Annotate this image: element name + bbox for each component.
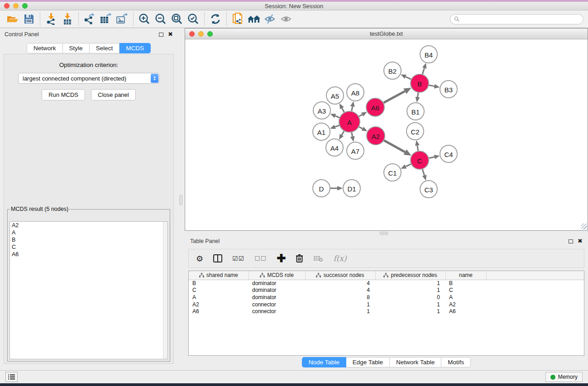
node-A3[interactable]: A3 [313, 102, 330, 119]
edge-A-A3[interactable] [335, 116, 339, 118]
mcds-result-list[interactable]: A2ABCA6 [10, 221, 168, 359]
edge-A-A7[interactable] [352, 133, 353, 137]
column-header-MCDS-role[interactable]: MCDS role [249, 271, 305, 280]
add-column-button[interactable]: ✚ [277, 252, 286, 265]
vertical-splitter[interactable] [177, 28, 185, 370]
open-session-button[interactable] [5, 12, 21, 26]
edge-A-A2[interactable] [359, 127, 363, 129]
node-A1[interactable]: A1 [313, 123, 330, 140]
node-A6[interactable]: A6 [366, 98, 384, 116]
select-all-rows-button[interactable]: ☑☑ [232, 252, 244, 265]
node-C1[interactable]: C1 [384, 164, 401, 181]
edge-A-A5[interactable] [342, 108, 344, 112]
zoom-out-button[interactable] [153, 12, 169, 26]
clone-network-view-button[interactable] [229, 12, 246, 26]
memory-button[interactable]: Memory [545, 372, 583, 382]
edge-B-B4[interactable] [422, 68, 424, 75]
tab-motifs[interactable]: Motifs [441, 357, 471, 367]
column-header-shared-name[interactable]: shared name [189, 271, 249, 280]
result-item[interactable]: A [10, 229, 167, 236]
function-builder-button[interactable]: f(x) [333, 252, 346, 265]
result-item[interactable]: B [10, 236, 167, 243]
refresh-layout-button[interactable] [207, 12, 224, 26]
horizontal-splitter[interactable] [185, 231, 588, 235]
result-item[interactable]: A2 [10, 222, 167, 229]
node-B1[interactable]: B1 [407, 103, 424, 120]
node-C4[interactable]: C4 [440, 145, 457, 162]
tab-network-table[interactable]: Network Table [390, 357, 441, 367]
edge-B-B1[interactable] [418, 93, 418, 97]
edge-B-B2[interactable] [406, 77, 411, 80]
edge-A-A6[interactable] [359, 114, 362, 116]
delete-table-button[interactable] [313, 252, 323, 265]
node-A7[interactable]: A7 [347, 142, 364, 159]
edge-C-C1[interactable] [406, 164, 411, 167]
table-options-button[interactable]: ⚙ [196, 252, 203, 265]
column-header-successor-nodes[interactable]: successor nodes [305, 271, 375, 280]
hide-graphics-details-button[interactable] [262, 12, 278, 26]
delete-columns-button[interactable] [296, 252, 303, 265]
zoom-selected-button[interactable] [185, 12, 201, 26]
node-A4[interactable]: A4 [326, 139, 343, 156]
table-row[interactable]: A6connector11A6 [189, 308, 584, 315]
node-A5[interactable]: A5 [326, 87, 344, 104]
close-panel-button[interactable]: Close panel [91, 89, 136, 100]
edge-C-C3[interactable] [422, 169, 424, 176]
node-C[interactable]: C [411, 151, 429, 169]
node-B4[interactable]: B4 [420, 46, 437, 63]
home-button[interactable] [246, 12, 262, 26]
edge-A6-B[interactable] [384, 91, 405, 103]
result-item[interactable]: A6 [10, 251, 167, 258]
import-network-button[interactable] [43, 12, 59, 26]
close-panel-icon[interactable]: ✖ [168, 32, 173, 37]
node-A[interactable]: A [339, 111, 360, 132]
node-C3[interactable]: C3 [420, 181, 437, 198]
edge-A-A4[interactable] [342, 131, 344, 135]
node-B2[interactable]: B2 [384, 62, 401, 79]
node-A2[interactable]: A2 [367, 127, 385, 145]
edge-A-A8[interactable] [352, 106, 353, 111]
tab-network[interactable]: Network [27, 43, 63, 53]
node-A8[interactable]: A8 [347, 84, 364, 101]
task-history-button[interactable] [5, 372, 18, 382]
save-session-button[interactable] [21, 12, 37, 26]
node-B[interactable]: B [411, 74, 429, 92]
tab-style[interactable]: Style [63, 43, 90, 53]
tab-node-table[interactable]: Node Table [302, 357, 346, 367]
result-item[interactable]: C [10, 243, 167, 251]
splitter-grip[interactable] [179, 195, 182, 205]
table-row[interactable]: Cdominator41C [189, 287, 584, 294]
node-B3[interactable]: B3 [440, 81, 457, 98]
edge-A2-C[interactable] [384, 140, 405, 152]
run-mcds-button[interactable]: Run MCDS [42, 89, 85, 100]
window-resize-grip-icon[interactable] [581, 224, 587, 229]
export-image-button[interactable] [114, 12, 130, 26]
network-canvas[interactable]: AA6A2BCA5A8A3A1A4A7B2B4B3B1C2C4C1C3DD1 [185, 39, 588, 230]
result-scrollbar[interactable] [163, 222, 167, 359]
zoom-in-button[interactable] [136, 12, 153, 26]
edge-C-C4[interactable] [429, 157, 435, 158]
float-panel-icon[interactable] [569, 239, 573, 243]
node-C2[interactable]: C2 [406, 123, 424, 140]
node-table[interactable]: shared nameMCDS rolesuccessor nodesprede… [189, 271, 584, 315]
show-graphics-details-button[interactable] [278, 12, 295, 26]
criterion-select[interactable]: largest connected component (directed) ▲… [18, 73, 159, 84]
table-row[interactable]: Bdominator41B [189, 280, 584, 287]
split-view-button[interactable] [213, 252, 222, 265]
node-D[interactable]: D [313, 180, 330, 197]
node-D1[interactable]: D1 [343, 180, 360, 197]
edge-B-B3[interactable] [429, 85, 435, 86]
tab-select[interactable]: Select [90, 43, 120, 53]
splitter-grip[interactable] [380, 232, 388, 235]
edge-A-A1[interactable] [335, 125, 339, 127]
import-table-button[interactable] [59, 12, 76, 26]
search-input[interactable] [450, 14, 583, 24]
table-row[interactable]: A2connector11A2 [189, 301, 584, 308]
tab-edge-table[interactable]: Edge Table [346, 357, 390, 367]
deselect-all-rows-button[interactable]: ☐☐ [254, 252, 267, 265]
tab-mcds[interactable]: MCDS [120, 43, 151, 53]
float-panel-icon[interactable] [159, 33, 163, 37]
table-row[interactable]: Adominator80A [189, 294, 584, 301]
column-header-name[interactable]: name [445, 271, 486, 280]
column-header-predecessor-nodes[interactable]: predecessor nodes [375, 271, 445, 280]
